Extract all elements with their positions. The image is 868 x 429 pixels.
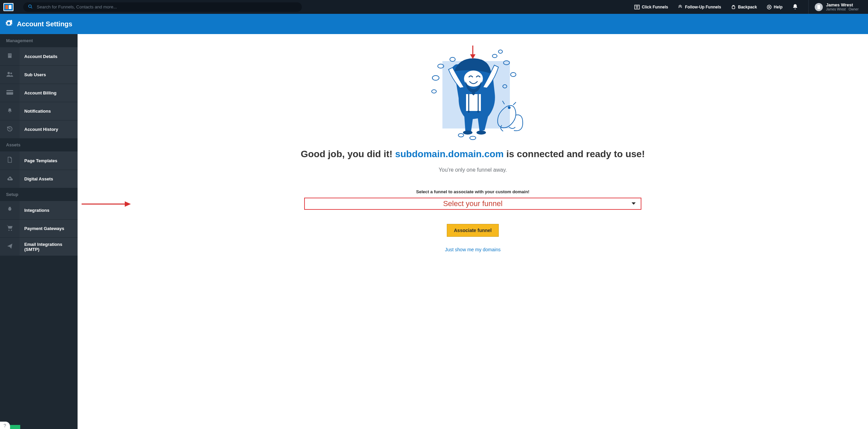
svg-rect-7 — [732, 6, 735, 9]
svg-point-26 — [492, 54, 497, 58]
sidebar-item-page-templates[interactable]: Page Templates — [0, 151, 78, 170]
nav-followup-label: Follow-Up Funnels — [685, 5, 721, 9]
svg-rect-13 — [10, 54, 11, 55]
svg-point-41 — [476, 131, 486, 135]
topbar: Click Funnels Follow-Up Funnels Backpack… — [0, 0, 868, 14]
global-search — [23, 2, 302, 12]
cloud-download-icon — [6, 176, 13, 182]
notifications-bell-icon[interactable] — [792, 4, 799, 10]
help-icon — [766, 4, 772, 10]
sidebar-section-setup: Setup — [0, 188, 78, 201]
svg-point-38 — [468, 111, 470, 113]
svg-rect-18 — [6, 90, 13, 94]
headline-pre: Good job, you did it! — [301, 149, 395, 159]
svg-point-27 — [498, 50, 502, 53]
page-title: Account Settings — [17, 20, 72, 28]
funnel-select[interactable]: Select your funnel — [304, 198, 641, 210]
users-icon — [6, 72, 13, 78]
svg-point-4 — [29, 5, 31, 7]
sidebar-item-account-history[interactable]: Account History — [0, 120, 78, 138]
avatar — [815, 3, 823, 11]
svg-point-32 — [458, 134, 464, 137]
sidebar-item-account-billing[interactable]: Account Billing — [0, 84, 78, 102]
sidebar-item-label: Notifications — [20, 102, 78, 120]
svg-point-16 — [7, 72, 10, 74]
sidebar-item-label: Sub Users — [20, 65, 78, 84]
chevron-down-icon — [631, 201, 636, 206]
profile-name: James Wrest — [826, 3, 859, 7]
nav-backpack-label: Backpack — [738, 5, 757, 9]
sidebar-item-label: Account Billing — [20, 84, 78, 102]
topnav: Click Funnels Follow-Up Funnels Backpack… — [634, 0, 868, 14]
svg-point-20 — [8, 229, 9, 230]
help-bubble[interactable]: ? — [0, 422, 10, 429]
cart-icon — [6, 225, 13, 232]
nav-backpack[interactable]: Backpack — [731, 4, 757, 10]
sidebar-item-notifications[interactable]: Notifications — [0, 102, 78, 120]
svg-line-5 — [31, 7, 32, 8]
subline: You're only one funnel away. — [439, 167, 507, 173]
annotation-arrow-horizontal — [81, 199, 132, 209]
svg-rect-15 — [10, 55, 11, 56]
svg-rect-3 — [9, 5, 11, 9]
nav-clickfunnels[interactable]: Click Funnels — [634, 4, 668, 10]
sidebar-item-label: Digital Assets — [20, 170, 78, 188]
profile-role: Owner — [849, 7, 859, 11]
select-funnel-label: Select a funnel to associate with your c… — [416, 189, 529, 194]
svg-rect-1 — [4, 4, 13, 10]
profile-menu[interactable]: James Wrest James Wrest Owner — [808, 0, 863, 14]
page-banner: Account Settings — [0, 14, 868, 34]
profile-sub-name: James Wrest — [826, 7, 846, 11]
sidebar-item-label: Payment Gateways — [20, 219, 78, 237]
funnel-select-placeholder: Select your funnel — [443, 199, 502, 208]
svg-rect-14 — [9, 55, 9, 56]
gears-icon — [5, 19, 13, 29]
svg-point-40 — [463, 131, 472, 135]
svg-point-17 — [10, 73, 12, 74]
sidebar-item-label: Account History — [20, 120, 78, 138]
headline-domain: subdomain.domain.com — [395, 149, 504, 159]
headline: Good job, you did it! subdomain.domain.c… — [301, 149, 645, 160]
paper-plane-icon — [7, 243, 13, 251]
nav-clickfunnels-label: Click Funnels — [642, 5, 668, 9]
sidebar-item-sub-users[interactable]: Sub Users — [0, 65, 78, 84]
sidebar-item-digital-assets[interactable]: Digital Assets — [0, 170, 78, 188]
card-icon — [6, 90, 13, 96]
backpack-icon — [731, 4, 736, 10]
history-icon — [7, 126, 13, 133]
main-content: Good job, you did it! subdomain.domain.c… — [78, 34, 868, 429]
green-strip — [10, 425, 20, 429]
nav-help[interactable]: Help — [766, 4, 783, 10]
svg-rect-19 — [6, 91, 13, 92]
svg-point-29 — [511, 73, 516, 77]
search-input[interactable] — [23, 2, 302, 12]
app-logo[interactable] — [0, 0, 17, 14]
clickfunnels-icon — [634, 4, 640, 10]
svg-point-33 — [470, 136, 476, 140]
svg-point-39 — [477, 111, 479, 113]
svg-point-42 — [508, 107, 510, 109]
sidebar-item-account-details[interactable]: Account Details — [0, 47, 78, 65]
svg-point-21 — [11, 229, 12, 230]
nav-followup[interactable]: Follow-Up Funnels — [677, 4, 721, 10]
sidebar-item-payment-gateways[interactable]: Payment Gateways — [0, 219, 78, 237]
svg-point-23 — [432, 76, 439, 80]
show-domains-link[interactable]: Just show me my domains — [445, 247, 501, 252]
sidebar-item-label: Email Integrations (SMTP) — [20, 237, 78, 256]
sidebar-section-management: Management — [0, 34, 78, 47]
sidebar-item-email-integrations[interactable]: Email Integrations (SMTP) — [0, 237, 78, 256]
plug-icon — [7, 206, 12, 214]
sidebar-item-label: Page Templates — [20, 151, 78, 170]
profile-text: James Wrest James Wrest Owner — [826, 3, 859, 11]
svg-rect-11 — [8, 53, 12, 58]
sidebar-section-assets: Assets — [0, 138, 78, 151]
svg-rect-9 — [817, 5, 820, 9]
celebration-illustration — [422, 48, 523, 142]
svg-point-10 — [10, 20, 12, 22]
sidebar-item-integrations[interactable]: Integrations — [0, 201, 78, 219]
associate-funnel-button[interactable]: Associate funnel — [447, 224, 499, 237]
sidebar: Management Account Details Sub Users Acc… — [0, 34, 78, 429]
followup-icon — [677, 4, 683, 10]
bell-icon — [7, 108, 12, 115]
svg-rect-12 — [9, 54, 9, 55]
